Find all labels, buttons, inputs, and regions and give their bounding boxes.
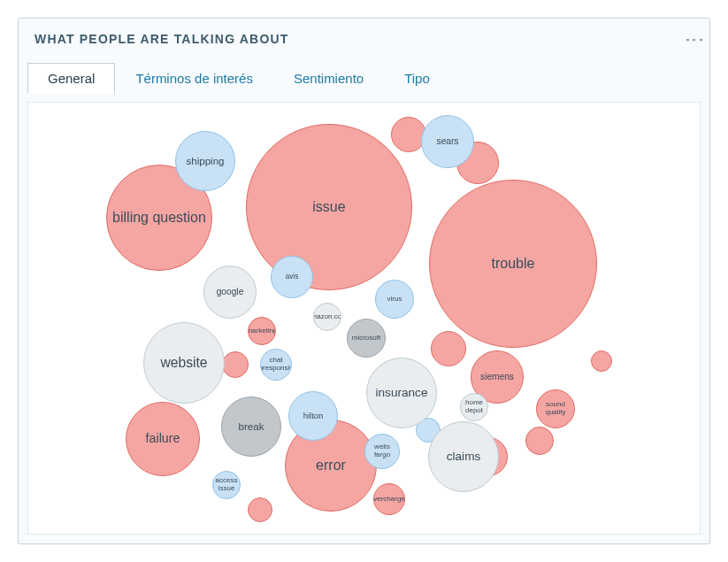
bubble-shipping[interactable]: shipping <box>175 131 235 191</box>
bubble-access-issue[interactable]: access issue <box>212 471 241 499</box>
bubble-issue[interactable]: issue <box>246 124 412 290</box>
bubble-avis[interactable]: avis <box>271 256 313 298</box>
bubble-hilton[interactable]: hilton <box>288 391 338 441</box>
tab-tipo[interactable]: Tipo <box>384 63 450 94</box>
bubble-chart: issuetroublebilling questionfailureerror… <box>27 102 701 535</box>
bubble-sears[interactable]: sears <box>421 115 474 168</box>
card-title: WHAT PEOPLE ARE TALKING ABOUT <box>34 32 289 46</box>
bubble-microsoft[interactable]: microsoft <box>347 319 386 358</box>
bubble-wells-fargo[interactable]: wells fargo <box>364 434 400 469</box>
tab-bar: General Términos de interés Sentimiento … <box>19 63 709 94</box>
tab-sentimiento[interactable]: Sentimiento <box>273 63 384 94</box>
bubble-failure[interactable]: failure <box>126 402 200 476</box>
topic-card: WHAT PEOPLE ARE TALKING ABOUT ⋮ General … <box>18 18 710 544</box>
bubble-bubble-11[interactable] <box>222 351 249 378</box>
bubble-bubble-15[interactable] <box>591 350 612 372</box>
bubble-home-depot[interactable]: home depot <box>460 393 488 421</box>
bubble-chat-unresponsive[interactable]: chat unresponsive <box>260 349 292 381</box>
bubble-google[interactable]: google <box>203 266 257 319</box>
more-vertical-icon[interactable]: ⋮ <box>689 27 699 51</box>
bubble-amazon-com[interactable]: amazon.com <box>313 303 341 331</box>
bubble-bubble-14[interactable] <box>248 497 272 522</box>
bubble-break[interactable]: break <box>221 396 281 457</box>
bubble-sound-quality[interactable]: sound quality <box>536 389 575 428</box>
tab-general[interactable]: General <box>27 63 115 94</box>
card-header: WHAT PEOPLE ARE TALKING ABOUT ⋮ <box>19 19 709 59</box>
bubble-overcharged[interactable]: overcharged <box>373 483 405 515</box>
bubble-claims[interactable]: claims <box>428 421 499 492</box>
bubble-virus[interactable]: virus <box>375 280 414 319</box>
bubble-marketing[interactable]: marketing <box>248 317 276 345</box>
tab-terminos[interactable]: Términos de interés <box>115 63 273 94</box>
bubble-website[interactable]: website <box>143 322 225 404</box>
bubble-bubble-8[interactable] <box>431 331 466 366</box>
bubble-bubble-16[interactable] <box>525 427 554 455</box>
bubble-insurance[interactable]: insurance <box>366 358 437 428</box>
bubble-trouble[interactable]: trouble <box>429 180 597 348</box>
